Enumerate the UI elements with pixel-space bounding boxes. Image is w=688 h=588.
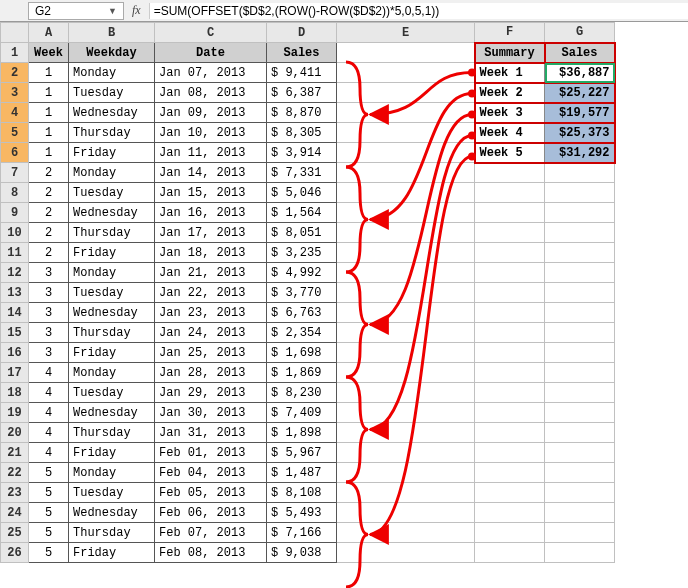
cell-weekday[interactable]: Thursday (69, 423, 155, 443)
cell-week[interactable]: 3 (29, 323, 69, 343)
cell-sales[interactable]: $ 3,235 (267, 243, 337, 263)
cell-weekday[interactable]: Tuesday (69, 383, 155, 403)
cell-weekday[interactable]: Thursday (69, 323, 155, 343)
cell-weekday[interactable]: Wednesday (69, 303, 155, 323)
cell-empty[interactable] (545, 543, 615, 563)
cell-empty[interactable] (545, 323, 615, 343)
cell-empty[interactable] (475, 263, 545, 283)
row-header-13[interactable]: 13 (1, 283, 29, 303)
cell-empty[interactable] (337, 43, 475, 63)
cell-week[interactable]: 2 (29, 163, 69, 183)
cell-empty[interactable] (545, 163, 615, 183)
cell-week[interactable]: 3 (29, 303, 69, 323)
cell-weekday[interactable]: Friday (69, 343, 155, 363)
cell-weekday[interactable]: Monday (69, 263, 155, 283)
col-header-D[interactable]: D (267, 23, 337, 43)
cell-sales[interactable]: $ 1,487 (267, 463, 337, 483)
cell-empty[interactable] (337, 183, 475, 203)
cell-weekday[interactable]: Wednesday (69, 403, 155, 423)
cell-sales[interactable]: $ 3,914 (267, 143, 337, 163)
cell-date[interactable]: Jan 17, 2013 (155, 223, 267, 243)
cell-sales[interactable]: $ 8,051 (267, 223, 337, 243)
cell-empty[interactable] (337, 483, 475, 503)
row-header-11[interactable]: 11 (1, 243, 29, 263)
cell-empty[interactable] (545, 503, 615, 523)
formula-input[interactable]: =SUM(OFFSET($D$2,(ROW()-ROW($D$2))*5,0,5… (149, 3, 688, 19)
summary-value[interactable]: $31,292 (545, 143, 615, 163)
col-header-E[interactable]: E (337, 23, 475, 43)
cell-date[interactable]: Feb 06, 2013 (155, 503, 267, 523)
cell-empty[interactable] (545, 363, 615, 383)
row-header-18[interactable]: 18 (1, 383, 29, 403)
cell-empty[interactable] (475, 403, 545, 423)
cell-date[interactable]: Jan 29, 2013 (155, 383, 267, 403)
cell-empty[interactable] (337, 443, 475, 463)
cell-date[interactable]: Jan 30, 2013 (155, 403, 267, 423)
row-header-15[interactable]: 15 (1, 323, 29, 343)
row-header-2[interactable]: 2 (1, 63, 29, 83)
row-header-16[interactable]: 16 (1, 343, 29, 363)
col-header-F[interactable]: F (475, 23, 545, 43)
cell-empty[interactable] (337, 323, 475, 343)
cell-empty[interactable] (475, 423, 545, 443)
summary-value[interactable]: $25,227 (545, 83, 615, 103)
cell-empty[interactable] (475, 203, 545, 223)
cell-week[interactable]: 1 (29, 83, 69, 103)
cell-weekday[interactable]: Monday (69, 363, 155, 383)
cell-empty[interactable] (545, 283, 615, 303)
row-header-3[interactable]: 3 (1, 83, 29, 103)
cell-week[interactable]: 5 (29, 543, 69, 563)
cell-date[interactable]: Jan 18, 2013 (155, 243, 267, 263)
cell-date[interactable]: Jan 11, 2013 (155, 143, 267, 163)
row-header-9[interactable]: 9 (1, 203, 29, 223)
row-header-1[interactable]: 1 (1, 43, 29, 63)
cell-empty[interactable] (475, 283, 545, 303)
summary-label[interactable]: Week 4 (475, 123, 545, 143)
row-header-23[interactable]: 23 (1, 483, 29, 503)
cell-empty[interactable] (337, 243, 475, 263)
cell-empty[interactable] (545, 463, 615, 483)
cell-sales[interactable]: $ 3,770 (267, 283, 337, 303)
cell-date[interactable]: Jan 31, 2013 (155, 423, 267, 443)
cell-week[interactable]: 2 (29, 243, 69, 263)
cell-week[interactable]: 1 (29, 123, 69, 143)
cell-empty[interactable] (545, 443, 615, 463)
cell-empty[interactable] (337, 223, 475, 243)
cell-date[interactable]: Jan 15, 2013 (155, 183, 267, 203)
row-header-8[interactable]: 8 (1, 183, 29, 203)
cell-sales[interactable]: $ 7,409 (267, 403, 337, 423)
cell-sales[interactable]: $ 8,108 (267, 483, 337, 503)
cell-empty[interactable] (337, 363, 475, 383)
cell-week[interactable]: 4 (29, 363, 69, 383)
cell-empty[interactable] (475, 503, 545, 523)
cell-week[interactable]: 4 (29, 443, 69, 463)
row-header-4[interactable]: 4 (1, 103, 29, 123)
cell-sales[interactable]: $ 4,992 (267, 263, 337, 283)
cell-empty[interactable] (337, 203, 475, 223)
cell-weekday[interactable]: Thursday (69, 523, 155, 543)
cell-week[interactable]: 5 (29, 483, 69, 503)
cell-week[interactable]: 1 (29, 143, 69, 163)
name-box[interactable]: G2 ▼ (28, 2, 124, 20)
cell-empty[interactable] (337, 503, 475, 523)
cell-empty[interactable] (545, 403, 615, 423)
cell-sales[interactable]: $ 5,967 (267, 443, 337, 463)
cell-empty[interactable] (545, 483, 615, 503)
cell-empty[interactable] (337, 103, 475, 123)
cell-week[interactable]: 2 (29, 183, 69, 203)
row-header-7[interactable]: 7 (1, 163, 29, 183)
cell-sales[interactable]: $ 1,898 (267, 423, 337, 443)
cell-week[interactable]: 3 (29, 283, 69, 303)
cell-weekday[interactable]: Wednesday (69, 503, 155, 523)
cell-weekday[interactable]: Monday (69, 163, 155, 183)
cell-week[interactable]: 4 (29, 423, 69, 443)
row-header-24[interactable]: 24 (1, 503, 29, 523)
col-header-A[interactable]: A (29, 23, 69, 43)
cell-weekday[interactable]: Tuesday (69, 483, 155, 503)
cell-empty[interactable] (337, 283, 475, 303)
cell-empty[interactable] (475, 183, 545, 203)
cell-date[interactable]: Jan 07, 2013 (155, 63, 267, 83)
row-header-26[interactable]: 26 (1, 543, 29, 563)
cell-empty[interactable] (337, 63, 475, 83)
cell-date[interactable]: Feb 05, 2013 (155, 483, 267, 503)
